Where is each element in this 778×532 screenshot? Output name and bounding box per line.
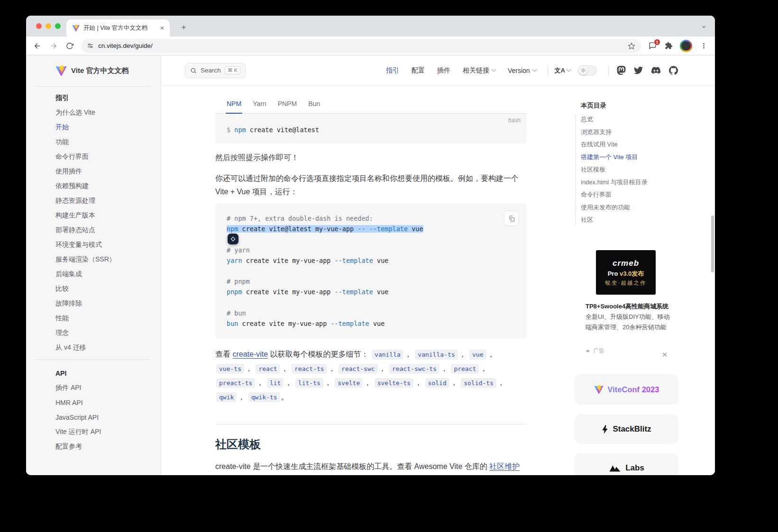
stackblitz-card[interactable]: StackBlitz	[575, 415, 678, 444]
code-tab-bun[interactable]: Bun	[302, 94, 326, 113]
text: 查看	[215, 350, 232, 358]
viteconf-card[interactable]: ViteConf 2023	[575, 374, 678, 405]
traffic-lights	[36, 23, 61, 29]
sidebar-item-build[interactable]: 构建生产版本	[55, 208, 152, 223]
diamond-icon	[230, 236, 236, 242]
toc-item-community[interactable]: 社区	[581, 214, 678, 226]
section-heading-community-templates: 社区模板	[215, 424, 527, 452]
period: 。	[281, 393, 289, 401]
site-info-icon[interactable]	[87, 42, 94, 49]
extensions-button[interactable]	[661, 38, 676, 54]
minimize-window-button[interactable]	[46, 23, 51, 29]
discord-icon	[651, 66, 661, 75]
code-line: # npm 7+, extra double-dash is needed:	[227, 213, 515, 224]
toc-item-scaffolding[interactable]: 搭建第一个 Vite 项目	[581, 151, 678, 164]
sidebar-item-dep-pre-bundling[interactable]: 依赖预构建	[55, 179, 152, 193]
sidebar-item-cli[interactable]: 命令行界面	[55, 149, 152, 164]
sidebar-item-using-plugins[interactable]: 使用插件	[55, 164, 152, 179]
toc-item-cli[interactable]: 命令行界面	[581, 189, 678, 201]
site-brand[interactable]: Vite 官方中文文档	[55, 65, 151, 76]
ad-text-link[interactable]: TP8+Swoole4高性能商城系统 全新UI、升级版DIY功能、移动端商家管理…	[586, 301, 670, 333]
separator: ，	[238, 393, 245, 401]
code-tab-yarn[interactable]: Yarn	[247, 94, 272, 113]
template-tag: svelte	[335, 378, 363, 388]
reload-button[interactable]	[62, 38, 77, 54]
sidebar-item-why-vite[interactable]: 为什么选 Vite	[55, 105, 152, 120]
browser-menu-button[interactable]	[696, 38, 711, 54]
code-tab-pnpm[interactable]: PNPM	[272, 94, 302, 113]
page-scrollbar[interactable]	[711, 216, 714, 272]
code-language-label: bash	[508, 117, 521, 124]
nav-link-plugins[interactable]: 插件	[437, 66, 450, 75]
new-tab-button[interactable]	[177, 20, 190, 34]
related-links-label: 相关链接	[463, 66, 489, 75]
sidebar-item-philosophy[interactable]: 理念	[55, 325, 152, 340]
twitter-link[interactable]	[634, 66, 643, 75]
url-bar[interactable]: cn.vitejs.dev/guide/	[81, 39, 641, 53]
forward-button[interactable]	[46, 38, 61, 54]
create-vite-link[interactable]: create-vite	[232, 350, 268, 358]
toc-item-try-online[interactable]: 在线试用 Vite	[581, 138, 678, 151]
sidebar-item-troubleshooting[interactable]: 故障排除	[55, 296, 152, 311]
sidebar-item-javascript-api[interactable]: JavaScript API	[55, 410, 152, 424]
translations-menu[interactable]: 文A	[555, 66, 570, 75]
sidebar-item-comparisons[interactable]: 比较	[55, 281, 152, 296]
toc-item-unreleased[interactable]: 使用未发布的功能	[581, 201, 678, 214]
selection-popup-button[interactable]	[228, 234, 238, 244]
nav-link-guide[interactable]: 指引	[386, 66, 399, 75]
paragraph-community-templates: create-vite 是一个快速生成主流框架基础模板的工具。查看 Awesom…	[215, 460, 527, 475]
stackblitz-label: StackBlitz	[613, 424, 651, 434]
template-tag: qwik	[216, 392, 237, 402]
toggle-knob	[579, 66, 587, 75]
puzzle-icon	[665, 42, 673, 50]
doc-sidebar: Vite 官方中文文档 指引 为什么选 Vite 开始 功能 命令行界面 使用插…	[26, 55, 161, 475]
browser-tab[interactable]: 开始 | Vite 官方中文文档	[66, 19, 170, 36]
code-tab-npm[interactable]: NPM	[221, 94, 247, 113]
sidebar-item-plugin-api[interactable]: 插件 API	[55, 380, 152, 395]
url-text: cn.vitejs.dev/guide/	[98, 42, 621, 49]
mastodon-link[interactable]	[617, 66, 626, 75]
toc-item-overview[interactable]: 总览	[581, 113, 678, 126]
sidebar-item-ssr[interactable]: 服务端渲染（SSR）	[55, 252, 152, 267]
toc-title: 本页目录	[576, 101, 678, 110]
sidebar-item-performance[interactable]: 性能	[55, 311, 152, 325]
back-button[interactable]	[30, 38, 45, 54]
labs-card[interactable]: Labs	[575, 453, 678, 475]
profile-avatar[interactable]	[680, 40, 692, 52]
nav-link-config[interactable]: 配置	[412, 66, 425, 75]
close-window-button[interactable]	[36, 23, 42, 29]
sidebar-item-features[interactable]: 功能	[55, 135, 152, 149]
bookmark-star-icon[interactable]	[625, 40, 638, 52]
extension-message-button[interactable]: 1	[645, 38, 660, 54]
theme-toggle[interactable]	[578, 65, 597, 76]
nav-menu-related-links[interactable]: 相关链接	[463, 66, 495, 75]
sidebar-item-static-deploy[interactable]: 部署静态站点	[55, 223, 152, 237]
ad-image[interactable]: crmeb Pro v3.0发布 蜕变·超越之作	[596, 250, 656, 295]
ad-close-button[interactable]: ✕	[660, 350, 669, 360]
toc-item-browser-support[interactable]: 浏览器支持	[581, 126, 678, 139]
template-tag: react-swc	[339, 364, 377, 374]
sidebar-item-migration[interactable]: 从 v4 迁移	[55, 340, 152, 355]
discord-link[interactable]	[651, 66, 661, 75]
tab-close-icon[interactable]	[158, 24, 166, 32]
zoom-window-button[interactable]	[55, 23, 61, 29]
template-tag: preact	[451, 364, 479, 374]
sidebar-item-static-assets[interactable]: 静态资源处理	[55, 193, 152, 208]
search-button[interactable]: Search ⌘ K	[185, 63, 246, 78]
toc-item-community-templates[interactable]: 社区模板	[581, 163, 678, 176]
toc-item-index-html[interactable]: index.html 与项目根目录	[581, 176, 678, 189]
copy-code-button[interactable]	[504, 211, 519, 226]
sidebar-item-config-reference[interactable]: 配置参考	[55, 439, 152, 454]
stackblitz-bolt-icon	[602, 424, 608, 434]
code-line	[227, 298, 515, 308]
sidebar-item-backend-integration[interactable]: 后端集成	[55, 267, 152, 281]
sidebar-item-getting-started[interactable]: 开始	[55, 120, 152, 135]
navbar-links: 指引 配置 插件 相关链接 Version 文A	[374, 65, 678, 76]
sidebar-item-hmr-api[interactable]: HMR API	[55, 395, 152, 410]
nav-menu-version[interactable]: Version	[508, 67, 536, 74]
github-link[interactable]	[669, 66, 678, 75]
sidebar-item-env-and-mode[interactable]: 环境变量与模式	[55, 237, 152, 252]
translate-icon: 文A	[555, 66, 565, 75]
tab-search-button[interactable]	[698, 21, 709, 32]
sidebar-item-runtime-api[interactable]: Vite 运行时 API	[55, 424, 152, 439]
